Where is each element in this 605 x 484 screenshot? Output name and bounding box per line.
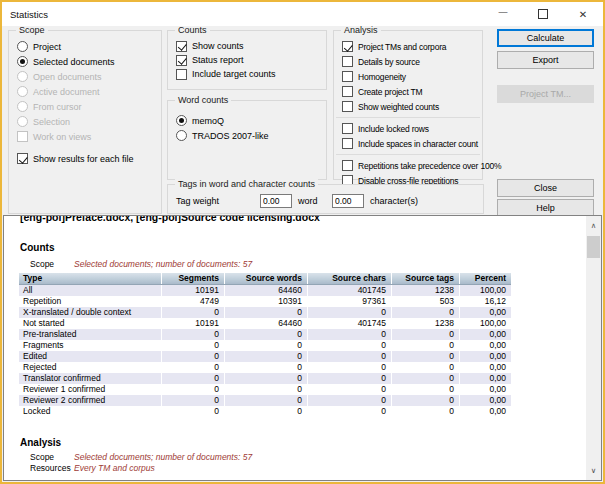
checkbox-icon[interactable] [176, 41, 187, 52]
checkbox-homogeneity[interactable]: Homogeneity [334, 69, 482, 84]
row-value-cell: 0 [162, 395, 225, 406]
checkbox-show-counts[interactable]: Show counts [168, 39, 326, 53]
row-value-cell: 0 [392, 406, 460, 417]
radio-open-documents: Open documents [9, 69, 161, 84]
counts-group-label: Counts [175, 25, 210, 36]
checkbox-icon[interactable] [342, 71, 353, 82]
checkbox-include-target-counts[interactable]: Include target counts [168, 67, 326, 81]
checkbox-details-by-source[interactable]: Details by source [334, 54, 482, 69]
radio-from-cursor: From cursor [9, 99, 161, 114]
window-controls: — ✕ [483, 2, 603, 26]
window-title: Statistics [10, 9, 48, 20]
checkbox-show-results-for-each-file[interactable]: Show results for each file [9, 151, 161, 166]
word-unit-label: word [298, 196, 332, 206]
row-value-cell: 0,00 [460, 351, 512, 362]
checkbox-icon[interactable] [342, 123, 353, 134]
project-tm-button: Project TM... [497, 85, 594, 103]
checkbox-include-spaces-in-character-count[interactable]: Include spaces in character count [334, 136, 482, 151]
checkbox-icon[interactable] [176, 69, 187, 80]
tag-weight-char-input[interactable] [332, 194, 364, 208]
row-value-cell: 0 [308, 329, 392, 340]
checkbox-icon[interactable] [342, 86, 353, 97]
checkbox-icon[interactable] [342, 101, 353, 112]
table-row: Fragments00000,00 [19, 340, 511, 351]
row-type-cell: Reviewer 1 confirmed [19, 384, 162, 395]
checkbox-icon[interactable] [17, 153, 28, 164]
character-unit-label: character(s) [370, 196, 418, 206]
vertical-scrollbar[interactable]: ∧ ∨ [586, 216, 601, 480]
column-header-segments: Segments [162, 273, 225, 285]
results-panel: [eng-pol]Preface.docx, [eng-pol]Source c… [3, 215, 602, 481]
tag-weight-word-input[interactable] [260, 194, 292, 208]
radio-icon[interactable] [17, 41, 28, 52]
table-row: Locked00000,00 [19, 406, 511, 417]
close-button[interactable]: ✕ [563, 2, 603, 26]
radio-icon [17, 101, 28, 112]
option-label: Show counts [192, 41, 244, 51]
radio-icon[interactable] [176, 130, 187, 141]
row-value-cell: 0 [392, 373, 460, 384]
radio-icon[interactable] [176, 115, 187, 126]
table-row: Not started10191644604017451238100,00 [19, 318, 511, 329]
minimize-button[interactable]: — [483, 2, 523, 26]
row-value-cell: 10191 [162, 318, 225, 329]
checkbox-icon[interactable] [176, 55, 187, 66]
checkbox-show-weighted-counts[interactable]: Show weighted counts [334, 99, 482, 114]
row-type-cell: Locked [19, 406, 162, 417]
checkbox-repetitions-take-precedence-over-100[interactable]: Repetitions take precedence over 100% [334, 158, 482, 173]
radio-project[interactable]: Project [9, 39, 161, 54]
row-value-cell: 0,00 [460, 384, 512, 395]
counts-options: Show countsStatus reportInclude target c… [168, 31, 326, 81]
checkbox-project-tms-and-corpora[interactable]: Project TMs and corpora [334, 39, 482, 54]
row-value-cell: 0 [225, 373, 308, 384]
option-label: From cursor [33, 102, 82, 112]
scrollbar-thumb[interactable] [587, 236, 600, 258]
title-bar: Statistics — ✕ [2, 2, 603, 26]
checkbox-create-project-tm[interactable]: Create project TM [334, 84, 482, 99]
radio-icon [17, 116, 28, 127]
column-header-source-tags: Source tags [392, 273, 460, 285]
option-label: Open documents [33, 72, 102, 82]
row-type-cell: X-translated / double context [19, 307, 162, 318]
word-counts-group-label: Word counts [175, 95, 231, 106]
counts-group: Counts Show countsStatus reportInclude t… [167, 30, 327, 90]
scroll-up-button[interactable]: ∧ [586, 217, 601, 233]
option-label: Show results for each file [33, 154, 134, 164]
close-dialog-button[interactable]: Close [497, 179, 594, 197]
separator [336, 154, 480, 155]
row-value-cell: 1238 [392, 285, 460, 297]
radio-memoq[interactable]: memoQ [168, 113, 326, 128]
row-value-cell: 0 [162, 340, 225, 351]
radio-selected-documents[interactable]: Selected documents [9, 54, 161, 69]
checkbox-status-report[interactable]: Status report [168, 53, 326, 67]
table-row: All10191644604017451238100,00 [19, 285, 511, 297]
calculate-button[interactable]: Calculate [497, 29, 594, 47]
radio-icon[interactable] [17, 56, 28, 67]
row-type-cell: Repetition [19, 296, 162, 307]
maximize-button[interactable] [523, 2, 563, 26]
scope-footer-options: Show results for each file [9, 151, 161, 166]
row-value-cell: 0 [162, 406, 225, 417]
checkbox-icon[interactable] [342, 41, 353, 52]
row-value-cell: 0 [225, 351, 308, 362]
close-icon: ✕ [579, 9, 587, 20]
file-heading: [eng-pol]Preface.docx, [eng-pol]Source c… [20, 215, 320, 223]
option-label: Homogeneity [358, 72, 406, 82]
export-button[interactable]: Export [497, 51, 594, 69]
row-value-cell: 4749 [162, 296, 225, 307]
row-value-cell: 0 [308, 351, 392, 362]
scroll-down-button[interactable]: ∨ [586, 462, 601, 478]
checkbox-icon[interactable] [342, 138, 353, 149]
radio-trados-2007-like[interactable]: TRADOS 2007-like [168, 128, 326, 143]
checkbox-icon[interactable] [342, 160, 353, 171]
radio-icon [17, 71, 28, 82]
row-value-cell: 1238 [392, 318, 460, 329]
option-label: Selected documents [33, 57, 115, 67]
checkbox-include-locked-rows[interactable]: Include locked rows [334, 121, 482, 136]
separator [336, 117, 480, 118]
option-label: Work on views [33, 132, 91, 142]
row-value-cell: 0 [225, 395, 308, 406]
analysis-options-block1: Project TMs and corporaDetails by source… [334, 31, 482, 114]
row-value-cell: 0 [308, 307, 392, 318]
checkbox-icon[interactable] [342, 56, 353, 67]
